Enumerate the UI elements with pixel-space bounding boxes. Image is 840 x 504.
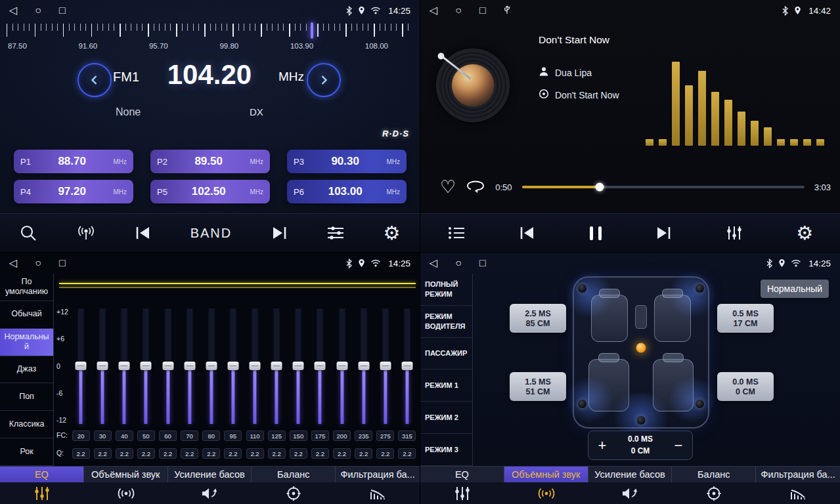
back-icon[interactable]: ◁	[430, 5, 437, 16]
tab-surround-sound[interactable]: Объёмный звук	[84, 466, 168, 482]
previous-track-icon[interactable]	[519, 226, 536, 240]
slider-thumb[interactable]	[401, 362, 412, 370]
eq-band-slider[interactable]	[354, 308, 374, 424]
tab-eq[interactable]: EQ	[420, 466, 504, 482]
front-left-speaker-icon[interactable]	[577, 284, 587, 293]
back-icon[interactable]: ◁	[9, 5, 17, 16]
pause-icon[interactable]	[590, 226, 602, 240]
eq-band-slider[interactable]	[180, 308, 200, 424]
radio-preset-button[interactable]: P5 102.50 MHz	[150, 180, 270, 203]
mixer-icon[interactable]	[726, 225, 743, 241]
radio-preset-button[interactable]: P6 103.00 MHz	[287, 180, 407, 203]
eq-band-slider[interactable]	[136, 308, 156, 424]
eq-band-slider[interactable]	[114, 308, 134, 424]
next-station-icon[interactable]	[271, 226, 288, 240]
search-icon[interactable]	[19, 224, 37, 242]
home-icon[interactable]: ○	[455, 5, 462, 16]
radio-preset-button[interactable]: P4 97.20 MHz	[14, 180, 133, 203]
bass-boost-icon[interactable]	[588, 482, 673, 504]
eq-band-slider[interactable]	[158, 308, 178, 424]
listening-mode-item[interactable]: РЕЖИМ 3	[420, 434, 472, 466]
radio-preset-button[interactable]: P3 90.30 MHz	[287, 150, 407, 173]
tab-bass-boost[interactable]: Усиление басов	[588, 466, 673, 482]
eq-sliders-icon[interactable]	[420, 482, 504, 504]
tab-balance[interactable]: Баланс	[252, 466, 336, 482]
tune-down-button[interactable]	[77, 63, 112, 97]
radio-preset-button[interactable]: P2 89.50 MHz	[150, 150, 270, 173]
recents-icon[interactable]: □	[59, 5, 66, 16]
eq-preset-item[interactable]: Поп	[0, 383, 53, 411]
eq-band-slider[interactable]	[71, 308, 91, 424]
delay-rear-left[interactable]: 1.5 MS 51 CM	[510, 372, 566, 401]
filter-icon[interactable]	[756, 482, 840, 504]
radio-preset-button[interactable]: P1 88.70 MHz	[14, 150, 133, 173]
slider-thumb[interactable]	[76, 362, 87, 370]
rear-left-speaker-icon[interactable]	[577, 399, 587, 409]
eq-preset-item[interactable]: Классика	[0, 411, 53, 438]
seek-bar-knob[interactable]	[595, 183, 604, 192]
eq-preset-item[interactable]: Рок	[0, 438, 53, 466]
delay-rear-right[interactable]: 0.0 MS 0 CM	[717, 372, 774, 401]
listening-mode-item[interactable]: ПОЛНЫЙ РЕЖИМ	[420, 274, 472, 306]
home-icon[interactable]: ○	[35, 258, 41, 268]
balance-icon[interactable]	[672, 482, 756, 504]
back-icon[interactable]: ◁	[430, 258, 437, 268]
bass-boost-icon[interactable]	[168, 482, 252, 504]
slider-thumb[interactable]	[380, 362, 391, 370]
eq-band-slider[interactable]	[223, 308, 243, 424]
tab-filter[interactable]: Фильтрация ба...	[756, 466, 840, 482]
slider-thumb[interactable]	[227, 362, 238, 370]
eq-band-slider[interactable]	[332, 308, 352, 424]
listening-mode-item[interactable]: РЕЖИМ ВОДИТЕЛЯ	[420, 306, 472, 338]
tune-up-button[interactable]	[307, 63, 341, 97]
home-icon[interactable]: ○	[455, 258, 462, 268]
balance-icon[interactable]	[252, 482, 336, 504]
eq-band-slider[interactable]	[93, 308, 112, 424]
slider-thumb[interactable]	[315, 362, 326, 370]
repeat-icon[interactable]	[466, 178, 485, 196]
listening-mode-item[interactable]: РЕЖИМ 1	[420, 369, 472, 402]
back-icon[interactable]: ◁	[9, 258, 17, 268]
slider-thumb[interactable]	[119, 362, 130, 370]
front-right-speaker-icon[interactable]	[695, 284, 705, 293]
sound-preset-button[interactable]: Нормальный	[761, 280, 829, 298]
slider-thumb[interactable]	[271, 362, 282, 370]
listening-position-dot[interactable]	[636, 343, 646, 353]
increase-delay-button[interactable]: +	[588, 437, 616, 454]
delay-front-left[interactable]: 2.5 MS 85 CM	[510, 304, 566, 333]
eq-band-slider[interactable]	[376, 308, 395, 424]
rear-right-speaker-icon[interactable]	[695, 399, 705, 409]
tab-filter[interactable]: Фильтрация ба...	[336, 466, 420, 482]
slider-thumb[interactable]	[358, 362, 369, 370]
decrease-delay-button[interactable]: −	[665, 437, 692, 454]
listening-mode-item[interactable]: ПАССАЖИР	[420, 338, 472, 370]
filter-icon[interactable]	[336, 482, 420, 504]
favorite-icon[interactable]: ♡	[440, 178, 456, 196]
eq-band-slider[interactable]	[397, 308, 417, 424]
slider-thumb[interactable]	[184, 362, 195, 370]
slider-thumb[interactable]	[293, 362, 304, 370]
playlist-icon[interactable]	[447, 226, 466, 240]
eq-band-slider[interactable]	[288, 308, 308, 424]
eq-preset-item[interactable]: Нормальный	[0, 329, 53, 356]
settings-gear-icon[interactable]: ⚙	[384, 224, 401, 243]
recents-icon[interactable]: □	[479, 5, 486, 16]
eq-band-slider[interactable]	[267, 308, 286, 424]
eq-preset-item[interactable]: Джаз	[0, 356, 53, 384]
tab-bass-boost[interactable]: Усиление басов	[168, 466, 252, 482]
slider-thumb[interactable]	[162, 362, 173, 370]
tab-eq[interactable]: EQ	[0, 466, 84, 482]
next-track-icon[interactable]	[655, 226, 672, 240]
subwoofer-icon[interactable]	[636, 415, 646, 425]
recents-icon[interactable]: □	[479, 258, 486, 268]
eq-preset-item[interactable]: Обычай	[0, 301, 53, 329]
listening-mode-item[interactable]: РЕЖИМ 2	[420, 402, 472, 434]
slider-thumb[interactable]	[206, 362, 217, 370]
slider-thumb[interactable]	[141, 362, 152, 370]
eq-band-slider[interactable]	[310, 308, 330, 424]
settings-gear-icon[interactable]: ⚙	[796, 224, 813, 243]
slider-thumb[interactable]	[336, 362, 347, 370]
album-art[interactable]	[436, 49, 510, 122]
frequency-ruler[interactable]: 87.50 91.60 95.70 99.80 103.90 108.00	[0, 22, 420, 55]
slider-thumb[interactable]	[97, 362, 108, 370]
